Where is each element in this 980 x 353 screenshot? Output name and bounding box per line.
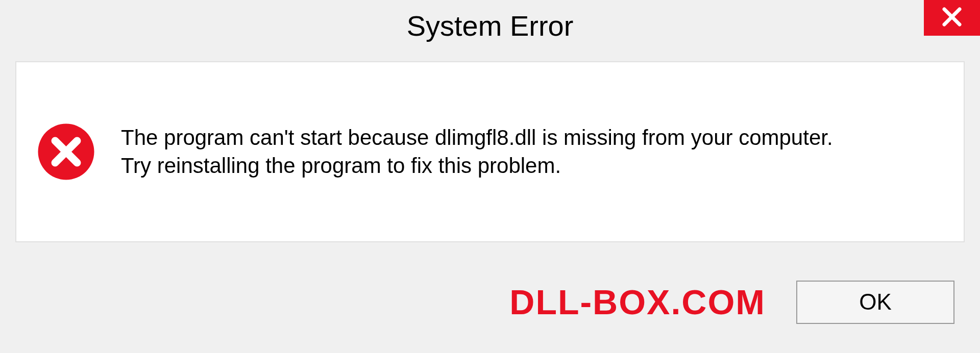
ok-button[interactable]: OK	[796, 281, 954, 324]
close-button[interactable]	[924, 0, 980, 36]
content-panel: The program can't start because dlimgfl8…	[15, 61, 965, 242]
dialog-title: System Error	[407, 9, 574, 42]
ok-button-label: OK	[859, 289, 892, 315]
error-icon	[37, 122, 95, 181]
close-icon	[941, 6, 963, 30]
title-bar: System Error	[0, 0, 980, 51]
error-message: The program can't start because dlimgfl8…	[121, 124, 833, 180]
watermark-text: DLL-BOX.COM	[509, 282, 766, 322]
footer-bar: DLL-BOX.COM OK	[0, 261, 980, 353]
